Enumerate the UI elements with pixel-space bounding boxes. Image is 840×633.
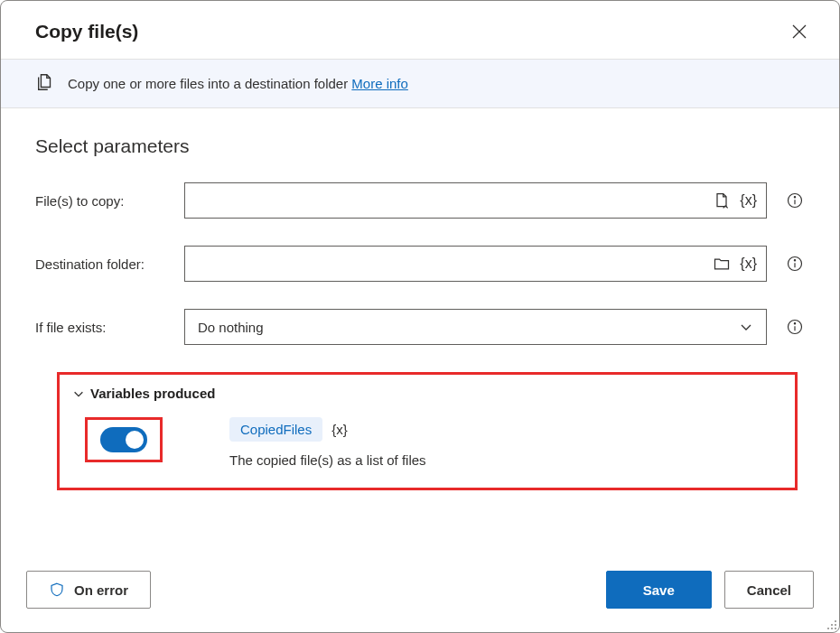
variable-details: CopiedFiles {x} The copied file(s) as a … [229, 417, 426, 468]
svg-point-9 [835, 620, 836, 622]
variable-description: The copied file(s) as a list of files [229, 452, 426, 468]
exists-value: Do nothing [198, 320, 264, 335]
files-input[interactable] [196, 183, 705, 218]
svg-point-2 [794, 197, 795, 198]
cancel-button[interactable]: Cancel [724, 571, 814, 609]
shield-icon [49, 582, 65, 598]
copy-files-icon [35, 72, 55, 95]
toggle-highlight [85, 417, 163, 462]
exists-select[interactable]: Do nothing [184, 309, 767, 345]
dialog-footer: On error Save Cancel [1, 553, 839, 632]
file-picker-button[interactable] [711, 190, 733, 211]
chevron-down-icon [72, 387, 85, 400]
files-info-button[interactable] [785, 191, 805, 210]
resize-handle-icon[interactable] [826, 619, 837, 630]
file-select-icon [713, 191, 731, 209]
variable-toggle[interactable] [100, 427, 147, 452]
on-error-button[interactable]: On error [26, 571, 151, 609]
info-icon [786, 318, 804, 336]
variable-picker-button[interactable]: {x} [738, 191, 759, 210]
destination-row: Destination folder: {x} [35, 246, 805, 282]
dialog-title: Copy file(s) [35, 21, 138, 42]
more-info-link[interactable]: More info [351, 76, 408, 91]
variable-icon: {x} [740, 192, 757, 209]
variables-produced-section: Variables produced CopiedFiles {x} The c… [57, 372, 798, 490]
variable-name-row: CopiedFiles {x} [229, 417, 426, 442]
svg-point-10 [831, 624, 833, 626]
toggle-knob [126, 431, 144, 449]
files-to-copy-row: File(s) to copy: {x} [35, 182, 805, 219]
destination-info-button[interactable] [785, 254, 805, 274]
variable-name-badge[interactable]: CopiedFiles [229, 417, 322, 442]
file-exists-row: If file exists: Do nothing [35, 309, 805, 345]
exists-label: If file exists: [35, 320, 166, 335]
files-input-wrapper: {x} [184, 182, 767, 219]
variable-row: CopiedFiles {x} The copied file(s) as a … [72, 417, 782, 468]
svg-point-5 [794, 260, 795, 261]
section-title: Select parameters [35, 135, 805, 157]
variable-syntax: {x} [331, 422, 348, 437]
exists-info-button[interactable] [785, 317, 805, 337]
close-button[interactable] [787, 19, 812, 44]
copy-files-dialog: Copy file(s) Copy one or more files into… [0, 0, 840, 633]
files-label: File(s) to copy: [35, 193, 166, 209]
folder-icon [713, 255, 731, 273]
close-icon [792, 24, 807, 39]
dialog-content: Select parameters File(s) to copy: {x} D… [1, 108, 839, 553]
info-icon [786, 255, 804, 273]
svg-point-13 [831, 628, 833, 629]
info-banner: Copy one or more files into a destinatio… [1, 59, 839, 108]
dialog-header: Copy file(s) [1, 1, 839, 59]
banner-text: Copy one or more files into a destinatio… [68, 76, 408, 91]
chevron-down-icon [739, 320, 753, 334]
destination-input[interactable] [196, 247, 705, 281]
folder-picker-button[interactable] [711, 253, 733, 275]
svg-point-14 [835, 628, 836, 629]
variable-picker-button[interactable]: {x} [738, 254, 759, 274]
svg-point-8 [794, 323, 795, 324]
svg-point-11 [835, 624, 836, 626]
variable-icon: {x} [740, 256, 757, 272]
svg-point-12 [827, 628, 829, 629]
save-button[interactable]: Save [606, 571, 712, 609]
destination-input-wrapper: {x} [184, 246, 767, 282]
info-icon [786, 191, 804, 209]
variables-header[interactable]: Variables produced [72, 386, 782, 401]
destination-label: Destination folder: [35, 256, 166, 272]
